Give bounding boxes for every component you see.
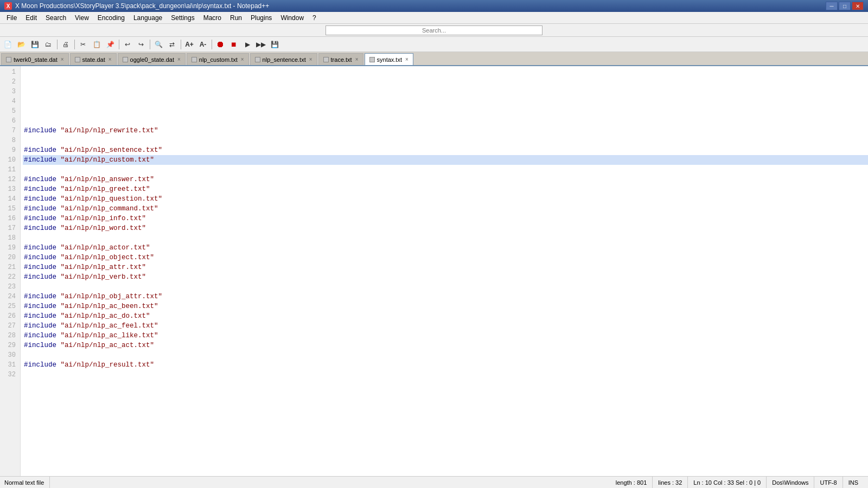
- menu-item-language[interactable]: Language: [129, 13, 167, 23]
- copy-button[interactable]: 📋: [90, 38, 103, 51]
- tab-close-button[interactable]: ×: [241, 56, 244, 62]
- editor-line: [23, 350, 868, 360]
- tab-file-icon: [323, 57, 329, 62]
- menu-item-macro[interactable]: Macro: [199, 13, 226, 23]
- cursor-status: Ln : 10 Col : 33 Sel : 0 | 0: [688, 477, 767, 488]
- toolbar-sep-6: [210, 38, 213, 51]
- editor-line: [23, 77, 868, 87]
- menu-item-view[interactable]: View: [71, 13, 93, 23]
- cut-button[interactable]: ✂: [76, 38, 90, 51]
- new-button[interactable]: 📄: [1, 38, 14, 51]
- editor-line: #include "ai/nlp/nlp_info.txt": [23, 214, 868, 223]
- tab-state-dat[interactable]: state.dat×: [70, 53, 117, 65]
- editor-line: #include "ai/nlp/nlp_object.txt": [23, 253, 868, 262]
- search-input[interactable]: [326, 25, 542, 35]
- toolbar-sep-4: [148, 38, 151, 51]
- line-number: 12: [2, 175, 16, 184]
- line-number: 16: [2, 214, 16, 223]
- tab-nlp-custom-txt[interactable]: nlp_custom.txt×: [187, 53, 249, 65]
- tab-file-icon: [6, 57, 11, 62]
- line-number: 13: [2, 184, 16, 194]
- line-number: 2: [2, 77, 16, 87]
- tab-twerk0-state-dat[interactable]: twerk0_state.dat×: [1, 53, 69, 65]
- tab-oggle0-state-dat[interactable]: oggle0_state.dat×: [118, 53, 186, 65]
- editor-line: #include "ai/nlp/nlp_custom.txt": [23, 155, 868, 165]
- undo-button[interactable]: ↩: [121, 38, 134, 51]
- save-all-button[interactable]: 🗂: [42, 38, 55, 51]
- print-button[interactable]: 🖨: [59, 38, 72, 51]
- save-button[interactable]: 💾: [28, 38, 41, 51]
- editor-line: [23, 136, 868, 145]
- tab-close-button[interactable]: ×: [108, 56, 112, 62]
- window-controls: ─ □ ✕: [826, 2, 864, 10]
- file-type-status: Normal text file: [4, 477, 50, 488]
- toolbar-sep-5: [179, 38, 182, 51]
- line-number: 1: [2, 67, 16, 77]
- playback-button[interactable]: ▶: [241, 38, 254, 51]
- menu-item-edit[interactable]: Edit: [21, 13, 41, 23]
- editor-line: #include "ai/nlp/nlp_answer.txt": [23, 175, 868, 184]
- tab-label: trace.txt: [331, 56, 352, 63]
- title-bar-left: X X Moon Productions\XStoryPlayer 3.5\pa…: [4, 2, 269, 10]
- tab-trace-txt[interactable]: trace.txt×: [318, 53, 363, 65]
- tab-close-button[interactable]: ×: [309, 56, 312, 62]
- menu-item-run[interactable]: Run: [226, 13, 246, 23]
- menu-item-window[interactable]: Window: [276, 13, 308, 23]
- zoom-in-button[interactable]: A+: [183, 38, 196, 51]
- redo-button[interactable]: ↪: [135, 38, 148, 51]
- menu-item-?[interactable]: ?: [308, 13, 321, 23]
- editor-line: [23, 165, 868, 175]
- tab-nlp-sentence-txt[interactable]: nlp_sentence.txt×: [250, 53, 317, 65]
- tab-file-icon: [123, 57, 128, 62]
- tab-file-icon: [192, 57, 197, 62]
- line-number: 31: [2, 360, 16, 370]
- replace-button[interactable]: ⇄: [165, 38, 178, 51]
- minimize-button[interactable]: ─: [826, 2, 838, 10]
- editor-line: #include "ai/nlp/nlp_question.txt": [23, 194, 868, 204]
- editor-line: #include "ai/nlp/nlp_ac_been.txt": [23, 301, 868, 311]
- stop-button[interactable]: ⏹: [227, 38, 240, 51]
- maximize-button[interactable]: □: [839, 2, 851, 10]
- menu-item-plugins[interactable]: Plugins: [246, 13, 276, 23]
- toolbar-sep-3: [117, 38, 120, 51]
- editor-content[interactable]: #include "ai/nlp/nlp_rewrite.txt"#includ…: [21, 66, 868, 476]
- line-number: 30: [2, 350, 16, 360]
- editor-line: [23, 370, 868, 380]
- open-button[interactable]: 📂: [15, 38, 28, 51]
- paste-button[interactable]: 📌: [104, 38, 117, 51]
- editor-line: #include "ai/nlp/nlp_sentence.txt": [23, 145, 868, 155]
- tab-close-button[interactable]: ×: [355, 56, 359, 62]
- tab-label: oggle0_state.dat: [130, 56, 174, 63]
- editor-line: [23, 87, 868, 97]
- line-number: 7: [2, 126, 16, 136]
- ins-status: INS: [843, 477, 864, 488]
- tab-file-icon: [75, 57, 80, 62]
- dos-windows-status: Dos\Windows: [767, 477, 814, 488]
- playback-multi-button[interactable]: ▶▶: [254, 38, 267, 51]
- tab-close-button[interactable]: ×: [61, 56, 64, 62]
- menu-item-encoding[interactable]: Encoding: [93, 13, 129, 23]
- line-number: 5: [2, 106, 16, 116]
- find-button[interactable]: 🔍: [152, 38, 165, 51]
- line-number: 17: [2, 223, 16, 233]
- menu-item-file[interactable]: File: [2, 13, 21, 23]
- close-button[interactable]: ✕: [852, 2, 864, 10]
- save-macro-button[interactable]: 💾: [268, 38, 281, 51]
- tab-label: syntax.txt: [377, 56, 402, 63]
- tab-file-icon: [369, 57, 375, 62]
- editor-line: #include "ai/nlp/nlp_rewrite.txt": [23, 126, 868, 136]
- editor-line: [23, 116, 868, 126]
- tab-close-button[interactable]: ×: [177, 56, 181, 62]
- line-number: 18: [2, 233, 16, 243]
- line-number: 10: [2, 155, 16, 165]
- toolbar-sep-1: [55, 38, 59, 51]
- length-status: length : 801: [610, 477, 653, 488]
- menu-item-settings[interactable]: Settings: [167, 13, 199, 23]
- menu-item-search[interactable]: Search: [41, 13, 71, 23]
- tab-syntax-txt[interactable]: syntax.txt×: [365, 53, 413, 66]
- editor-line: #include "ai/nlp/nlp_greet.txt": [23, 184, 868, 194]
- tab-close-button[interactable]: ×: [405, 56, 409, 62]
- zoom-out-button[interactable]: A-: [196, 38, 209, 51]
- record-button[interactable]: ⏺: [214, 38, 227, 51]
- toolbar-sep-2: [73, 38, 76, 51]
